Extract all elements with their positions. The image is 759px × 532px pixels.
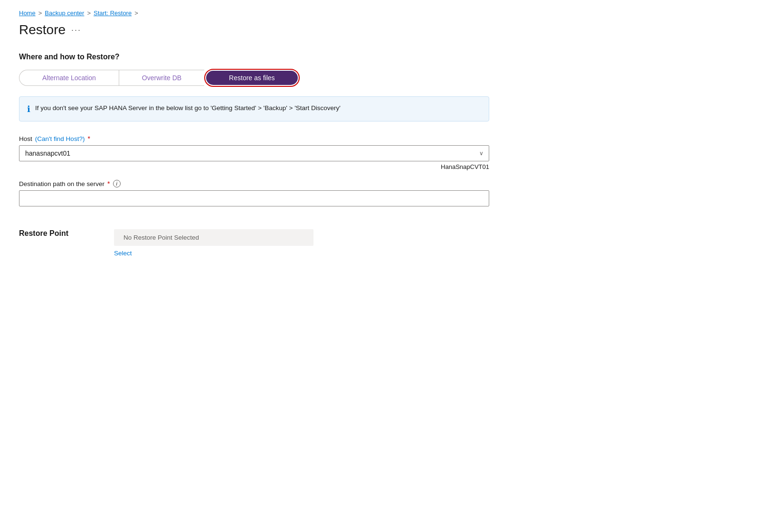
restore-point-content: No Restore Point Selected Select <box>114 229 313 257</box>
destination-required-star: * <box>107 180 110 187</box>
info-icon: ℹ <box>27 104 30 114</box>
info-banner-text: If you don't see your SAP HANA Server in… <box>35 103 341 113</box>
breadcrumb-start-restore[interactable]: Start: Restore <box>94 9 132 17</box>
page-title: Restore <box>19 22 66 37</box>
breadcrumb-backup-center[interactable]: Backup center <box>45 9 84 17</box>
ellipsis-menu-button[interactable]: ··· <box>71 25 81 35</box>
destination-label-text: Destination path on the server <box>19 180 104 187</box>
host-dropdown-wrapper: hanasnapcvt01 ∨ <box>19 145 489 161</box>
tab-restore-as-files[interactable]: Restore as files <box>206 71 297 85</box>
destination-info-icon[interactable]: i <box>113 180 121 187</box>
restore-type-tabs: Alternate Location Overwrite DB Restore … <box>19 69 589 87</box>
cant-find-host-link[interactable]: (Can't find Host?) <box>35 135 85 142</box>
destination-path-input[interactable] <box>19 190 489 206</box>
tab-alternate-location[interactable]: Alternate Location <box>19 70 119 86</box>
host-field-label: Host (Can't find Host?) * <box>19 135 589 142</box>
breadcrumb-sep1: > <box>38 9 42 17</box>
breadcrumb-home[interactable]: Home <box>19 9 36 17</box>
host-subtext: HanaSnapCVT01 <box>19 163 489 170</box>
breadcrumb-sep2: > <box>87 9 91 17</box>
destination-field-label: Destination path on the server * i <box>19 180 589 187</box>
tab-overwrite-db[interactable]: Overwrite DB <box>119 70 204 86</box>
tab-restore-as-files-highlight: Restore as files <box>204 69 299 87</box>
breadcrumb-sep3: > <box>134 9 138 17</box>
breadcrumb: Home > Backup center > Start: Restore > <box>19 9 589 17</box>
info-banner: ℹ If you don't see your SAP HANA Server … <box>19 96 489 121</box>
host-label-text: Host <box>19 135 32 142</box>
restore-point-select-link[interactable]: Select <box>114 250 313 257</box>
restore-point-placeholder: No Restore Point Selected <box>114 229 313 246</box>
section-where-how-title: Where and how to Restore? <box>19 53 589 61</box>
host-dropdown[interactable]: hanasnapcvt01 <box>19 145 489 161</box>
restore-point-label: Restore Point <box>19 229 95 238</box>
restore-point-section: Restore Point No Restore Point Selected … <box>19 229 589 257</box>
host-required-star: * <box>87 135 90 142</box>
